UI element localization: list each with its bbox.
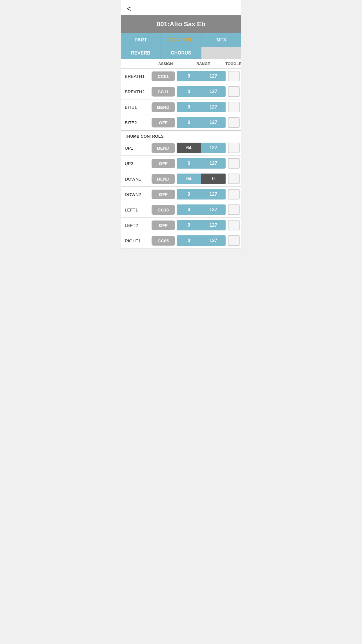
range-right-down1: 0: [201, 176, 226, 181]
row-label-left1: LEFT1: [122, 207, 152, 212]
range-right-down2: 127: [201, 192, 226, 197]
tab-control[interactable]: CONTROL: [161, 33, 201, 47]
range-bar-right1[interactable]: 0 127: [177, 235, 226, 246]
toggle-breath2[interactable]: [228, 86, 240, 97]
table-row: BREATH1 CC01 0 127: [121, 69, 241, 84]
tab-reverb[interactable]: REVERB: [121, 47, 161, 59]
row-label-up1: UP1: [122, 146, 152, 150]
range-right-up1: 127: [201, 145, 226, 150]
range-left-right1: 0: [177, 238, 201, 243]
row-label-up2: UP2: [122, 161, 152, 166]
top-bar: <: [121, 0, 241, 15]
toggle-bite1[interactable]: [228, 102, 240, 112]
table-row: UP1 BEND 64 127: [121, 140, 241, 156]
range-right-left2: 127: [201, 223, 226, 228]
table-row: BITE2 OFF 0 127: [121, 115, 241, 130]
column-headers: ASSIGN RANGE TOGGLE: [121, 59, 241, 69]
range-bar-left2[interactable]: 0 127: [177, 220, 226, 230]
back-button[interactable]: <: [126, 5, 131, 13]
range-left-up2: 0: [177, 161, 201, 166]
toggle-left1[interactable]: [228, 204, 240, 215]
table-row: RIGHT1 CC65 0 127: [121, 233, 241, 249]
range-left-down2: 0: [177, 192, 201, 197]
toggle-breath1[interactable]: [228, 71, 240, 81]
range-right-bite2: 127: [201, 120, 226, 125]
assign-btn-bite2[interactable]: OFF: [152, 118, 175, 127]
range-left-bite2: 0: [177, 120, 201, 125]
range-bar-down2[interactable]: 0 127: [177, 189, 226, 200]
assign-btn-up2[interactable]: OFF: [152, 159, 175, 168]
range-bar-down1[interactable]: 64 0: [177, 174, 226, 184]
toggle-up2[interactable]: [228, 158, 240, 169]
toggle-left2[interactable]: [228, 220, 240, 230]
table-row: LEFT2 OFF 0 127: [121, 218, 241, 233]
assign-btn-bite1[interactable]: BEND: [152, 102, 175, 112]
assign-btn-breath2[interactable]: CC11: [152, 87, 175, 97]
range-left-left2: 0: [177, 223, 201, 228]
col-header-toggle: TOGGLE: [225, 62, 241, 66]
assign-btn-down2[interactable]: OFF: [152, 190, 175, 199]
assign-btn-up1[interactable]: BEND: [152, 143, 175, 153]
range-bar-up1[interactable]: 64 127: [177, 143, 226, 153]
table-row: UP2 OFF 0 127: [121, 156, 241, 171]
range-left-up1: 64: [177, 145, 201, 150]
tab-part[interactable]: PART: [121, 33, 161, 47]
page-title: 001:Alto Sax Eb: [124, 20, 238, 28]
range-bar-breath1[interactable]: 0 127: [177, 71, 226, 81]
range-left-left1: 0: [177, 207, 201, 212]
range-bar-bite2[interactable]: 0 127: [177, 117, 226, 128]
toggle-right1[interactable]: [228, 235, 240, 246]
assign-btn-left1[interactable]: CC18: [152, 205, 175, 215]
table-row: BREATH2 CC11 0 127: [121, 84, 241, 99]
table-row: DOWN1 BEND 64 0: [121, 171, 241, 187]
row-label-bite2: BITE2: [122, 120, 152, 125]
secondary-tabs: REVERB CHORUS: [121, 47, 241, 59]
title-bar: 001:Alto Sax Eb: [121, 15, 241, 33]
assign-btn-down1[interactable]: BEND: [152, 174, 175, 184]
assign-btn-right1[interactable]: CC65: [152, 236, 175, 246]
toggle-down1[interactable]: [228, 174, 240, 184]
table-row: LEFT1 CC18 0 127: [121, 202, 241, 218]
col-header-assign: ASSIGN: [150, 62, 181, 66]
assign-btn-breath1[interactable]: CC01: [152, 71, 175, 81]
range-right-bite1: 127: [201, 104, 226, 110]
tab-chorus[interactable]: CHORUS: [161, 47, 201, 59]
range-left-breath1: 0: [177, 74, 201, 79]
tab-empty: [201, 47, 241, 59]
row-label-down2: DOWN2: [122, 192, 152, 197]
range-right-breath2: 127: [201, 89, 226, 94]
row-label-breath1: BREATH1: [122, 74, 152, 79]
row-label-right1: RIGHT1: [122, 238, 152, 243]
row-label-down1: DOWN1: [122, 176, 152, 181]
toggle-up1[interactable]: [228, 143, 240, 153]
section-thumb-controls: THUMB CONTROLS: [121, 130, 241, 140]
range-bar-left1[interactable]: 0 127: [177, 204, 226, 215]
assign-btn-left2[interactable]: OFF: [152, 220, 175, 230]
range-bar-up2[interactable]: 0 127: [177, 158, 226, 169]
range-bar-bite1[interactable]: 0 127: [177, 102, 226, 112]
range-left-bite1: 0: [177, 104, 201, 110]
range-right-breath1: 127: [201, 74, 226, 79]
range-right-right1: 127: [201, 238, 226, 243]
toggle-bite2[interactable]: [228, 117, 240, 128]
range-right-left1: 127: [201, 207, 226, 212]
primary-tabs: PART CONTROL MFX: [121, 33, 241, 47]
tab-mfx[interactable]: MFX: [201, 33, 241, 47]
col-header-range: RANGE: [181, 62, 225, 66]
controls-table: BREATH1 CC01 0 127 BREATH2 CC11 0 127 BI…: [121, 69, 241, 249]
range-bar-breath2[interactable]: 0 127: [177, 86, 226, 97]
range-left-breath2: 0: [177, 89, 201, 94]
toggle-down2[interactable]: [228, 189, 240, 200]
table-row: BITE1 BEND 0 127: [121, 99, 241, 115]
range-left-down1: 64: [177, 176, 201, 181]
table-row: DOWN2 OFF 0 127: [121, 187, 241, 202]
row-label-breath2: BREATH2: [122, 89, 152, 94]
range-right-up2: 127: [201, 161, 226, 166]
row-label-left2: LEFT2: [122, 223, 152, 228]
row-label-bite1: BITE1: [122, 105, 152, 110]
